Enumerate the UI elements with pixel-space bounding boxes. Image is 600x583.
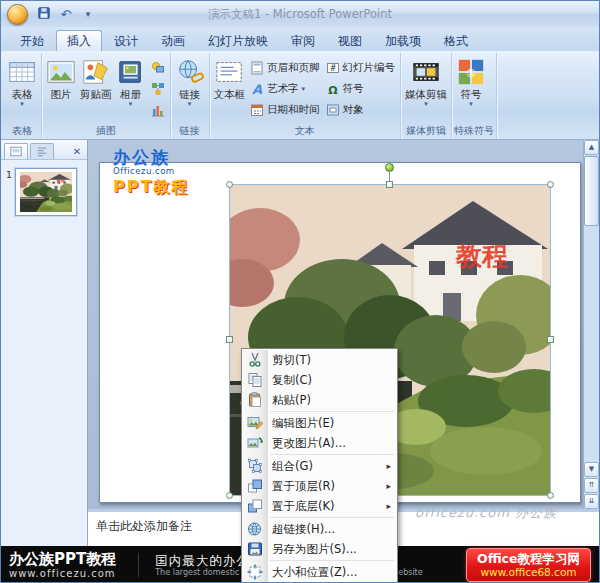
- link-button[interactable]: 链接 ▾: [173, 54, 207, 108]
- symbol-button[interactable]: Ω 符号: [323, 78, 399, 99]
- context-menu-items: 剪切(T)复制(C)粘贴(P)编辑图片(E)更改图片(A)...组合(G)▸置于…: [243, 350, 396, 583]
- shapes-button[interactable]: [148, 57, 168, 78]
- ribbon: 表格 ▾ 表格 图片 剪贴画: [1, 51, 599, 140]
- menu-item-paste[interactable]: 粘贴(P): [243, 390, 396, 410]
- chart-button[interactable]: [148, 99, 168, 120]
- chevron-down-icon: ▾: [84, 9, 93, 19]
- menu-item-change-picture[interactable]: 更改图片(A)...: [243, 433, 396, 453]
- ribbon-tab-6[interactable]: 视图: [327, 30, 373, 51]
- selection-handle-right[interactable]: [547, 336, 554, 343]
- menu-item-label: 超链接(H)...: [272, 522, 335, 537]
- workspace: ✕ 1: [1, 140, 599, 546]
- ribbon-tab-1[interactable]: 插入: [56, 30, 102, 51]
- menu-item-edit-picture[interactable]: 编辑图片(E): [243, 413, 396, 433]
- dropdown-caret-icon: ▾: [469, 102, 473, 107]
- close-icon[interactable]: ✕: [70, 145, 84, 159]
- save-button[interactable]: [35, 6, 53, 23]
- scroll-down-button[interactable]: ▼: [584, 462, 599, 477]
- office-button[interactable]: [7, 4, 28, 25]
- ribbon-tab-8[interactable]: 格式: [433, 30, 479, 51]
- tab-slides[interactable]: [4, 143, 28, 159]
- shapes-icon: [151, 61, 165, 75]
- photo-album-button[interactable]: 相册 ▾: [114, 54, 148, 108]
- object-label: 对象: [343, 103, 364, 117]
- menu-item-label: 大小和位置(Z)...: [272, 565, 357, 580]
- media-clips-button[interactable]: 媒体剪辑 ▾: [403, 54, 449, 108]
- previous-slide-button[interactable]: ⇈: [584, 478, 599, 493]
- scrollbar-thumb[interactable]: [584, 156, 599, 226]
- change-picture-icon: [247, 435, 263, 451]
- ribbon-group-illustrations: 图片 剪贴画 相册 ▾: [42, 53, 171, 139]
- picture-button[interactable]: 图片: [44, 54, 78, 102]
- slides-tab-icon: [10, 146, 22, 157]
- qat-customize-button[interactable]: ▾: [79, 6, 97, 23]
- scroll-up-button[interactable]: ▲: [584, 140, 599, 155]
- group-label-links: 链接: [173, 124, 207, 139]
- selection-handle-top[interactable]: [386, 181, 393, 188]
- notes-placeholder: 单击此处添加备注: [96, 519, 192, 533]
- textbox-button[interactable]: 文本框: [212, 54, 248, 102]
- datetime-button[interactable]: 日期和时间: [247, 99, 323, 120]
- footer-badge: Office教程学习网 www.office68.com: [466, 548, 591, 583]
- svg-text:A: A: [252, 82, 262, 96]
- ribbon-tab-7[interactable]: 加载项: [374, 30, 432, 51]
- ribbon-group-table: 表格 ▾ 表格: [3, 53, 42, 139]
- rotation-handle[interactable]: [385, 163, 394, 172]
- menu-item-cut[interactable]: 剪切(T): [243, 350, 396, 370]
- watermark-brand-domain: Officezu.com: [113, 167, 189, 176]
- chart-icon: [151, 103, 165, 117]
- menu-item-bring-to-front[interactable]: 置于顶层(R)▸: [243, 476, 396, 496]
- menu-item-save-as-picture[interactable]: 另存为图片(S)...: [243, 539, 396, 559]
- ribbon-tab-5[interactable]: 审阅: [280, 30, 326, 51]
- menu-item-copy[interactable]: 复制(C): [243, 370, 396, 390]
- footer-brand-url: www.officezu.com: [9, 568, 116, 580]
- slide-thumbnail[interactable]: [15, 168, 77, 216]
- group-label-text: 文本: [212, 124, 399, 139]
- picture-icon: [46, 57, 76, 87]
- special-symbol-button[interactable]: ① 符号 ▾: [454, 54, 488, 108]
- tab-outline[interactable]: [30, 143, 54, 159]
- menu-item-label: 粘贴(P): [272, 393, 311, 408]
- slide-number-button[interactable]: # 幻灯片编号: [323, 57, 399, 78]
- ribbon-group-media: 媒体剪辑 ▾ 媒体剪辑: [401, 53, 452, 139]
- watermark-brand-ppt: PPT教程: [113, 179, 189, 195]
- symbol-label: 符号: [343, 82, 364, 96]
- menu-item-label: 更改图片(A)...: [272, 436, 346, 451]
- selection-handle-bottom-left[interactable]: [226, 492, 233, 499]
- smartart-button[interactable]: [148, 78, 168, 99]
- ribbon-tab-4[interactable]: 幻灯片放映: [197, 30, 279, 51]
- ribbon-group-special-symbols: ① 符号 ▾ 特殊符号: [452, 53, 497, 139]
- submenu-arrow-icon: ▸: [386, 461, 391, 471]
- cut-icon: [247, 352, 263, 368]
- wordart-button[interactable]: A 艺术字 ▾: [247, 78, 323, 99]
- omega-symbol-icon: Ω: [326, 82, 340, 96]
- selection-handle-bottom-right[interactable]: [547, 492, 554, 499]
- menu-item-hyperlink[interactable]: 超链接(H)...: [243, 519, 396, 539]
- ribbon-tab-0[interactable]: 开始: [9, 30, 55, 51]
- clipart-button[interactable]: 剪贴画: [78, 54, 114, 102]
- clipart-button-label: 剪贴画: [80, 89, 112, 101]
- ribbon-tab-3[interactable]: 动画: [150, 30, 196, 51]
- menu-item-label: 另存为图片(S)...: [272, 542, 357, 557]
- powerpoint-window: ↶ ▾ 演示文稿1 - Microsoft PowerPoint 开始插入设计动…: [0, 0, 600, 583]
- selection-handle-top-right[interactable]: [547, 181, 554, 188]
- selection-handle-top-left[interactable]: [226, 181, 233, 188]
- selection-handle-left[interactable]: [226, 336, 233, 343]
- menu-item-label: 组合(G): [272, 459, 313, 474]
- footer-badge-url: www.office68.com: [477, 566, 580, 579]
- header-footer-button[interactable]: 页眉和页脚: [247, 57, 323, 78]
- undo-button[interactable]: ↶: [57, 6, 75, 23]
- next-slide-button[interactable]: ⇊: [584, 494, 599, 509]
- menu-item-send-to-back[interactable]: 置于底层(K)▸: [243, 496, 396, 516]
- group-label-media: 媒体剪辑: [403, 124, 449, 139]
- object-button[interactable]: 对象: [323, 99, 399, 120]
- table-button[interactable]: 表格 ▾: [5, 54, 39, 108]
- menu-item-group[interactable]: 组合(G)▸: [243, 456, 396, 476]
- menu-separator: [270, 560, 394, 561]
- vertical-scrollbar[interactable]: ▲ ▼ ⇈ ⇊: [583, 140, 599, 509]
- save-picture-icon: [247, 541, 263, 557]
- wordart-icon: A: [250, 82, 264, 96]
- svg-text:Ω: Ω: [328, 83, 338, 96]
- menu-item-size-and-position[interactable]: 大小和位置(Z)...: [243, 562, 396, 582]
- ribbon-tab-2[interactable]: 设计: [103, 30, 149, 51]
